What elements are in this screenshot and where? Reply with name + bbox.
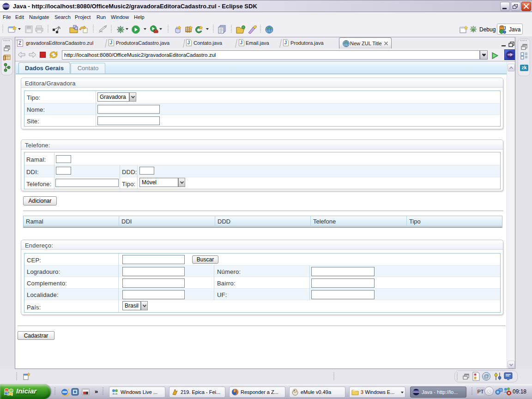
svg-text:J: J bbox=[240, 40, 243, 45]
svg-text:J: J bbox=[284, 40, 287, 45]
svg-text:Z: Z bbox=[18, 41, 21, 46]
svg-text:J: J bbox=[110, 40, 113, 45]
svg-text:J: J bbox=[503, 26, 506, 31]
svg-text:J: J bbox=[187, 40, 190, 45]
